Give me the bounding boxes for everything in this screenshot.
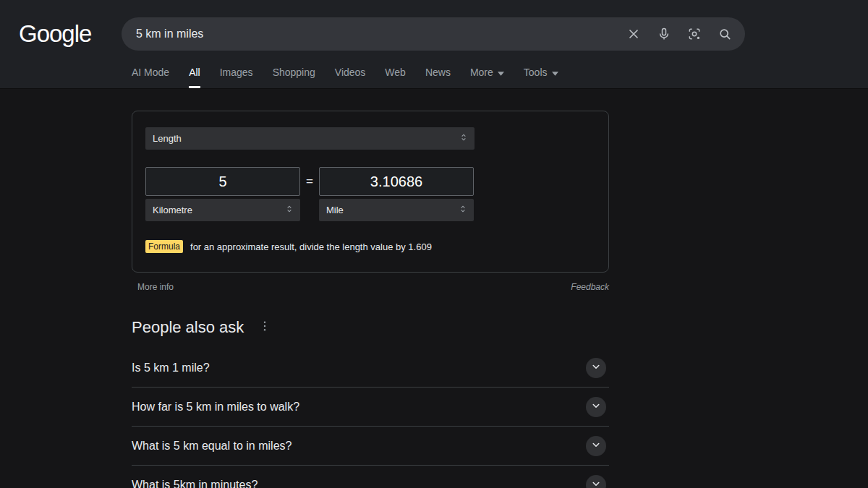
category-select-value: Length [153, 133, 182, 144]
conversion-row: 5 Kilometre = 3.10686 Mile [145, 167, 595, 221]
tab-label: News [425, 67, 451, 78]
equals-sign: = [300, 167, 319, 196]
chevron-down-icon [498, 67, 504, 78]
more-options-icon[interactable] [258, 320, 271, 335]
paa-question-text: How far is 5 km in miles to walk? [132, 401, 299, 414]
from-value-input[interactable]: 5 [145, 167, 300, 196]
tab-tools[interactable]: Tools [524, 67, 558, 88]
tab-label: More [470, 67, 493, 78]
feedback-link[interactable]: Feedback [571, 282, 609, 292]
paa-question-text: What is 5 km equal to in miles? [132, 440, 292, 453]
from-column: 5 Kilometre [145, 167, 300, 221]
tab-label: Videos [335, 67, 366, 78]
select-arrows-icon [284, 204, 294, 216]
paa-question-row[interactable]: What is 5 km equal to in miles? [132, 427, 609, 466]
card-footer: More info Feedback [132, 282, 609, 292]
formula-badge: Formula [145, 240, 183, 253]
formula-row: Formula for an approximate result, divid… [145, 240, 595, 253]
formula-text: for an approximate result, divide the le… [190, 241, 432, 252]
to-value-input[interactable]: 3.10686 [319, 167, 474, 196]
chevron-down-icon [590, 477, 603, 488]
to-column: 3.10686 Mile [319, 167, 474, 221]
select-arrows-icon [459, 132, 469, 145]
tab-videos[interactable]: Videos [335, 67, 366, 88]
category-select[interactable]: Length [145, 127, 475, 150]
results-content: Length 5 Kilometre = 3.106 [0, 89, 868, 488]
paa-list: Is 5 km 1 mile? How far is 5 km in miles… [132, 348, 609, 488]
tab-label: AI Mode [132, 67, 169, 78]
more-info-link[interactable]: More info [132, 282, 174, 292]
tab-ai-mode[interactable]: AI Mode [132, 67, 169, 88]
chevron-down-icon [552, 67, 558, 78]
tab-label: All [189, 67, 200, 78]
tab-news[interactable]: News [425, 67, 451, 88]
tab-images[interactable]: Images [220, 67, 253, 88]
unit-converter-card: Length 5 Kilometre = 3.106 [132, 111, 609, 273]
from-unit-select[interactable]: Kilometre [145, 199, 300, 221]
expand-button[interactable] [586, 358, 606, 378]
expand-button[interactable] [586, 397, 606, 417]
paa-title: People also ask [132, 318, 244, 337]
tab-more[interactable]: More [470, 67, 504, 88]
paa-question-row[interactable]: What is 5km in minutes? [132, 466, 609, 488]
lens-icon[interactable] [687, 27, 702, 41]
tab-label: Tools [524, 67, 548, 78]
tab-all[interactable]: All [189, 67, 200, 88]
clear-icon[interactable] [626, 27, 641, 41]
tab-label: Images [220, 67, 253, 78]
search-icon[interactable] [718, 27, 732, 41]
people-also-ask-section: People also ask Is 5 km 1 mile? How far … [132, 318, 868, 488]
result-tabs: AI Mode All Images Shopping Videos Web N… [132, 67, 868, 88]
paa-header: People also ask [132, 318, 868, 337]
paa-question-text: Is 5 km 1 mile? [132, 361, 210, 374]
google-results-page: Google 5 km in miles [0, 0, 868, 488]
tab-shopping[interactable]: Shopping [273, 67, 315, 88]
search-box[interactable]: 5 km in miles [122, 17, 745, 51]
paa-question-text: What is 5km in minutes? [132, 479, 258, 488]
expand-button[interactable] [586, 475, 606, 488]
paa-question-row[interactable]: How far is 5 km in miles to walk? [132, 388, 609, 427]
google-logo[interactable]: Google [0, 20, 122, 48]
search-input[interactable]: 5 km in miles [136, 27, 203, 40]
expand-button[interactable] [586, 436, 606, 456]
chevron-down-icon [590, 438, 603, 453]
search-box-icons [626, 27, 732, 41]
chevron-down-icon [590, 360, 603, 375]
to-unit-select[interactable]: Mile [319, 199, 474, 221]
select-arrows-icon [458, 204, 468, 216]
top-bar: Google 5 km in miles [0, 17, 868, 51]
header: Google 5 km in miles [0, 0, 868, 89]
chevron-down-icon [590, 399, 603, 414]
tab-label: Web [385, 67, 406, 78]
mic-icon[interactable] [657, 27, 671, 41]
tab-label: Shopping [273, 67, 315, 78]
paa-question-row[interactable]: Is 5 km 1 mile? [132, 348, 609, 388]
tab-web[interactable]: Web [385, 67, 406, 88]
from-unit-value: Kilometre [153, 205, 192, 215]
to-unit-value: Mile [326, 205, 344, 215]
